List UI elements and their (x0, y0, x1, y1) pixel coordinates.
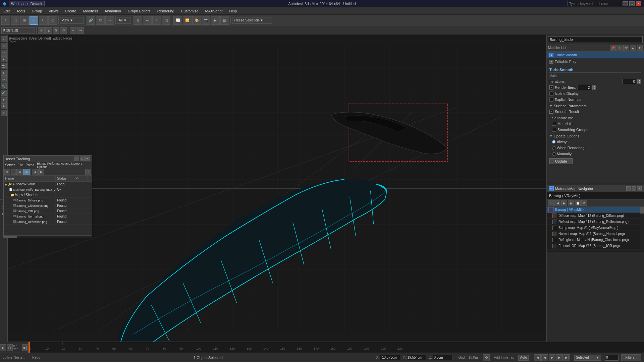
menu-rendering[interactable]: Rendering (154, 7, 178, 14)
mat-copy-btn[interactable]: 📋 (575, 200, 581, 206)
menu-edit[interactable]: Edit (0, 7, 13, 14)
ts-smooth-result-checkbox[interactable]: ✓ (549, 110, 553, 114)
lt-display-btn[interactable]: 👁 (1, 103, 7, 109)
tl-play-btn[interactable]: ▶ (0, 344, 6, 351)
mat-item-fresnel[interactable]: Fresnel IOR: Map #15 (Barong_IOR.png) (547, 243, 644, 249)
menu-graph-editors[interactable]: Graph Editors (124, 7, 154, 14)
mat-home-btn[interactable]: ⌂ (548, 200, 554, 206)
at-scrollbar[interactable] (4, 235, 92, 238)
ts-iter-up-btn[interactable]: ▲ (637, 79, 641, 81)
menu-customize[interactable]: Customize (178, 7, 202, 14)
at-row-machete-file[interactable]: 📄 Machete_Knife_Barong_max_vray.max Ok (4, 187, 92, 192)
ts-iter-down-btn[interactable]: ▼ (637, 81, 641, 84)
menu-views[interactable]: Views (45, 7, 62, 14)
menu-animation[interactable]: Animation (101, 7, 124, 14)
mat-select-btn[interactable]: ◉ (568, 200, 574, 206)
at-row-normal[interactable]: 🖼 Barong_Normal.png Found (4, 214, 92, 219)
modifier-pin-btn[interactable]: 📌 (610, 45, 616, 51)
at-scrollbar-thumb[interactable] (4, 236, 17, 238)
ts-isoline-checkbox[interactable] (549, 92, 553, 96)
maximize-button[interactable]: □ (629, 1, 635, 6)
scale-tool-btn[interactable]: ⬡ (48, 16, 57, 25)
x-value[interactable]: -13.573cm (380, 355, 400, 360)
mat-scrollbar-thumb[interactable] (640, 207, 644, 214)
at-server-menu[interactable]: Server (5, 163, 15, 167)
select-tool-btn[interactable]: ↖ (1, 16, 10, 25)
lt-hierarchy-btn[interactable]: 🔗 (1, 90, 7, 96)
render-frame-btn[interactable]: 🖼 (220, 16, 229, 25)
percent-snap-btn[interactable]: % (53, 27, 59, 34)
menu-tools[interactable]: Tools (13, 7, 29, 14)
lt-utilities-btn[interactable]: ⚙ (1, 110, 7, 116)
snaps-toggle-btn[interactable]: ⊹ (38, 27, 45, 34)
menu-modifiers[interactable]: Modifiers (79, 7, 101, 14)
at-stop-btn[interactable]: ⬛ (11, 169, 17, 175)
lt-modify-btn[interactable]: 🔧 (1, 83, 7, 89)
ts-render-iters-value[interactable]: 2 (578, 85, 591, 90)
ts-render-iters-checkbox[interactable]: ✓ (549, 85, 553, 89)
mat-item-reflect[interactable]: Reflect map: Map #13 (Barong_Reflection.… (547, 219, 644, 225)
schematic-btn[interactable]: 🔀 (183, 16, 192, 25)
mat-nav-maximize-btn[interactable]: □ (632, 186, 636, 191)
ts-iterations-value[interactable]: 0 (623, 79, 636, 84)
ts-explicit-normals-checkbox[interactable] (549, 98, 553, 102)
selected-dropdown[interactable]: Selected ▼ (574, 355, 601, 361)
mat-item-gloss[interactable]: Refl. gloss.: Map #14 (Barong_Glossiness… (547, 237, 644, 243)
render-preset-dropdown[interactable]: Freeze Selection ▼ (232, 17, 272, 24)
select-region-btn[interactable]: ⬚ (11, 16, 19, 25)
at-row-vault[interactable]: ▶ 🔑 Autodesk Vault Logg... (4, 182, 92, 187)
pb-goto-end-btn[interactable]: ▶| (564, 354, 570, 361)
curve-editor-btn[interactable]: 📈 (173, 16, 182, 25)
y-value[interactable]: 19.554cm (406, 355, 426, 360)
mat-back-btn[interactable]: ◀ (554, 200, 560, 206)
pb-next-frame-btn[interactable]: ▶ (556, 354, 563, 361)
render-btn[interactable]: ▶ (211, 16, 220, 25)
spinner-snap-btn[interactable]: ⟲ (60, 27, 67, 34)
mat-refresh-btn[interactable]: ↺ (581, 200, 587, 206)
at-bitmap-menu[interactable]: Bitmap Performance and Memory Options (37, 162, 91, 169)
redo-label[interactable]: Redo (32, 356, 40, 359)
redo-btn[interactable]: ↪ (77, 27, 84, 34)
object-name-field[interactable]: Barong_blade (548, 36, 643, 43)
align-btn[interactable]: ≡ (152, 16, 161, 25)
at-next-btn[interactable]: ▶ (38, 169, 44, 175)
move-tool-btn[interactable]: ✛ (30, 16, 38, 25)
search-input[interactable] (568, 1, 621, 6)
ts-when-rendering-radio[interactable] (552, 146, 555, 149)
lt-geometry-btn[interactable]: ⬡ (1, 50, 7, 56)
mat-scrollbar[interactable] (640, 207, 644, 252)
lt-select-btn[interactable]: ↖ (1, 36, 7, 42)
filters-btn[interactable]: Filters... (621, 354, 641, 361)
pb-goto-start-btn[interactable]: |◀ (534, 354, 541, 361)
layer-dropdown[interactable]: 0 (default) (1, 27, 35, 34)
ts-update-btn[interactable]: Update (549, 158, 573, 164)
lt-helpers-btn[interactable]: ✛ (1, 70, 7, 76)
add-time-tag-label[interactable]: Add Time Tag (492, 356, 516, 359)
ts-smoothing-groups-checkbox[interactable] (552, 128, 556, 132)
menu-create[interactable]: Create (62, 7, 79, 14)
reference-coord-dropdown[interactable]: View ▼ (60, 17, 84, 24)
bind-space-warp-btn[interactable]: 〜 (105, 16, 114, 25)
close-button[interactable]: ✕ (636, 1, 641, 6)
frame-input[interactable]: 0 (605, 355, 619, 361)
ts-surface-params-header[interactable]: ▼ Surface Parameters (549, 104, 641, 108)
at-row-maps-folder[interactable]: 📁 Maps / Shaders (4, 192, 92, 198)
mat-bottom-scrollbar[interactable] (547, 249, 644, 252)
at-row-reflection[interactable]: 🖼 Barong_Reflection.png Found (4, 219, 92, 225)
layer-btn[interactable]: ◫ (162, 16, 170, 25)
lt-cameras-btn[interactable]: 📷 (1, 63, 7, 69)
menu-maxscript[interactable]: MAXScript (202, 7, 226, 14)
angle-snap-btn[interactable]: ∠ (45, 27, 52, 34)
menu-help[interactable]: Help (226, 7, 240, 14)
at-close-btn[interactable]: ✕ (85, 157, 90, 161)
ts-riter-up-btn[interactable]: ▲ (592, 85, 596, 87)
lt-lights-btn[interactable]: ☀ (1, 56, 7, 62)
ts-update-options-header[interactable]: ▼ Update Options (549, 134, 641, 138)
at-maximize-btn[interactable]: □ (80, 157, 85, 161)
pb-play-btn[interactable]: ▶ (549, 354, 555, 361)
ts-riter-down-btn[interactable]: ▼ (592, 87, 596, 90)
at-row-diffuse[interactable]: 🖼 Barong_Diffuse.png Found (4, 198, 92, 203)
lt-shapes-btn[interactable]: ◇ (1, 43, 7, 49)
tl-next-frame-btn[interactable]: ▶| (22, 344, 28, 351)
modifier-delete-btn[interactable]: 🗑 (623, 45, 629, 51)
